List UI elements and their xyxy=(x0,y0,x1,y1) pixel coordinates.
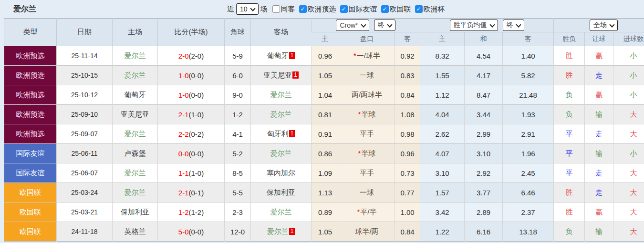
cell-avg-draw: 2.89 xyxy=(465,202,503,222)
cell-odds-away: 0.92 xyxy=(395,46,420,66)
checkbox-icon[interactable]: ✓ xyxy=(299,5,307,13)
cell-away-team: 爱尔兰 xyxy=(251,202,312,222)
away-team-name: 保加利亚 xyxy=(267,188,295,196)
cell-date: 25-10-15 xyxy=(57,66,113,85)
cell-odds-away: 0.73 xyxy=(395,163,420,183)
table-row: 欧国联 24-11-18 英格兰 5-0(0-0) 12-0 爱尔兰1 1.05… xyxy=(4,222,644,242)
cell-corners: 5-5 xyxy=(225,183,251,202)
home-team-name: 保加利亚 xyxy=(121,208,149,216)
full-time-score: 1-0 xyxy=(178,91,189,99)
cell-avg-home: 4.04 xyxy=(420,105,465,124)
handicap-text: 一/球半 xyxy=(357,51,380,60)
cell-avg-away: 1.96 xyxy=(503,144,554,163)
filter-checkbox-item[interactable]: ✓ 国际友谊 xyxy=(340,5,377,14)
checkbox-icon[interactable]: ✓ xyxy=(340,5,348,13)
checkbox-icon[interactable] xyxy=(272,5,280,13)
cell-match-type: 国际友谊 xyxy=(4,163,57,183)
cell-avg-home: 8.32 xyxy=(420,46,465,66)
cell-home-team: 爱尔兰 xyxy=(113,124,158,144)
recent-prefix-label: 近 xyxy=(227,5,234,14)
cell-corners: 6-0 xyxy=(225,66,251,85)
avg-type-select[interactable]: 胜平负均值 xyxy=(450,20,498,31)
cell-score: 5-0(0-0) xyxy=(158,222,225,242)
handicap-text: 半球 xyxy=(361,149,375,157)
home-team-name: 葡萄牙 xyxy=(125,91,146,99)
away-team-name: 匈牙利 xyxy=(267,130,289,138)
full-time-score: 5-0 xyxy=(178,228,189,236)
half-time-score: (0-0) xyxy=(189,228,204,236)
checkbox-icon[interactable]: ✓ xyxy=(381,5,389,13)
filter-checkbox-item[interactable]: 同客 xyxy=(272,5,295,14)
cell-odds-home: 1.09 xyxy=(312,163,339,183)
subcol-odds-away: 客 xyxy=(395,32,420,46)
cell-avg-draw: 3.10 xyxy=(465,144,503,163)
cell-corners: 5-2 xyxy=(225,144,251,163)
toolbar-controls: 近 10 场 同客 ✓ 欧洲预选 ✓ 国际友谊 ✓ 欧国联 ✓ 欧洲杯 xyxy=(227,3,448,15)
subcol-avg-home: 主 xyxy=(420,32,465,46)
col-date: 日期 xyxy=(57,19,113,46)
cell-goals-result: 小 xyxy=(613,66,644,85)
cell-handicap: 平手 xyxy=(339,163,395,183)
cell-score: 2-2(0-2) xyxy=(158,124,225,144)
full-time-score: 2-0 xyxy=(178,52,189,60)
checkbox-icon[interactable]: ✓ xyxy=(415,5,423,13)
avg-period-select[interactable]: 终 xyxy=(503,20,524,31)
cell-home-team: 葡萄牙 xyxy=(113,85,158,105)
table-row: 欧洲预选 25-09-07 爱尔兰 2-2(0-2) 4-1 匈牙利1 0.91… xyxy=(4,124,644,144)
cell-match-type: 欧洲预选 xyxy=(4,46,57,66)
cell-match-type: 欧国联 xyxy=(4,222,57,242)
cell-avg-home: 4.07 xyxy=(420,144,465,163)
home-team-name: 爱尔兰 xyxy=(125,130,146,138)
cell-home-team: 爱尔兰 xyxy=(113,183,158,202)
filter-checkbox-item[interactable]: ✓ 欧国联 xyxy=(381,5,411,14)
cell-avg-away: 6.46 xyxy=(503,183,554,202)
cell-score: 1-1(1-0) xyxy=(158,163,225,183)
cell-avg-home: 3.10 xyxy=(420,163,465,183)
cell-goals-result: 小 xyxy=(613,46,644,66)
cell-goals-result: 大 xyxy=(613,163,644,183)
full-time-score: 1-2 xyxy=(178,208,189,216)
filter-checkbox-item[interactable]: ✓ 欧洲杯 xyxy=(415,5,445,14)
team-name: 爱尔兰 xyxy=(13,4,36,14)
cell-match-type: 欧洲预选 xyxy=(4,105,57,124)
half-time-score: (0-0) xyxy=(189,91,204,99)
cell-corners: 8-5 xyxy=(225,163,251,183)
cell-avg-home: 1.55 xyxy=(420,66,465,85)
odds-period-select[interactable]: 终 xyxy=(374,20,395,31)
subcol-avg-draw: 和 xyxy=(465,32,503,46)
cell-handicap-result: 走 xyxy=(585,183,613,202)
cell-avg-home: 1.22 xyxy=(420,222,465,242)
cell-home-team: 保加利亚 xyxy=(113,202,158,222)
odds-company-select[interactable]: Crow* xyxy=(336,20,369,31)
full-time-score: 0-0 xyxy=(178,150,189,158)
full-time-score: 2-2 xyxy=(178,130,189,138)
cell-handicap-result: 赢 xyxy=(585,85,613,105)
matches-table: 类型 日期 主场 比分(半场) 角球 客场 Crow* 终 胜平负均值 终 全场 xyxy=(4,18,644,242)
cell-home-team: 爱尔兰 xyxy=(113,46,158,66)
subcol-handicap: 盘口 xyxy=(339,32,395,46)
cell-goals-result: 大 xyxy=(613,124,644,144)
half-time-score: (1-0) xyxy=(189,111,204,119)
cell-match-type: 欧洲预选 xyxy=(4,85,57,105)
filter-checkbox-item[interactable]: ✓ 欧洲预选 xyxy=(299,5,336,14)
table-row: 欧国联 25-03-21 保加利亚 1-2(1-2) 2-3 爱尔兰 0.89 … xyxy=(4,202,644,222)
table-row: 国际友谊 25-06-11 卢森堡 0-0(0-0) 5-2 爱尔兰 0.86 … xyxy=(4,144,644,163)
cell-handicap-result: 输 xyxy=(585,105,613,124)
table-header: 类型 日期 主场 比分(半场) 角球 客场 Crow* 终 胜平负均值 终 全场 xyxy=(4,19,644,46)
cell-date: 25-03-24 xyxy=(57,183,113,202)
cell-handicap-result: 走 xyxy=(585,163,613,183)
recent-count-select[interactable]: 10 xyxy=(236,3,259,15)
cell-goals-result: 大 xyxy=(613,183,644,202)
cell-handicap-result: 走 xyxy=(585,66,613,85)
cell-goals-result: 大 xyxy=(613,105,644,124)
cell-score: 1-0(0-0) xyxy=(158,66,225,85)
result-scope-header: 全场 xyxy=(554,19,644,32)
scope-select[interactable]: 全场 xyxy=(590,20,618,31)
cell-odds-home: 0.91 xyxy=(312,124,339,144)
cell-avg-away: 13.18 xyxy=(503,222,554,242)
subcol-odds-home: 主 xyxy=(312,32,339,46)
cell-result: 平 xyxy=(554,124,585,144)
handicap-text: 半球 xyxy=(361,110,375,118)
away-team-name: 塞内加尔 xyxy=(267,169,295,177)
cell-odds-away: 1.08 xyxy=(395,105,420,124)
